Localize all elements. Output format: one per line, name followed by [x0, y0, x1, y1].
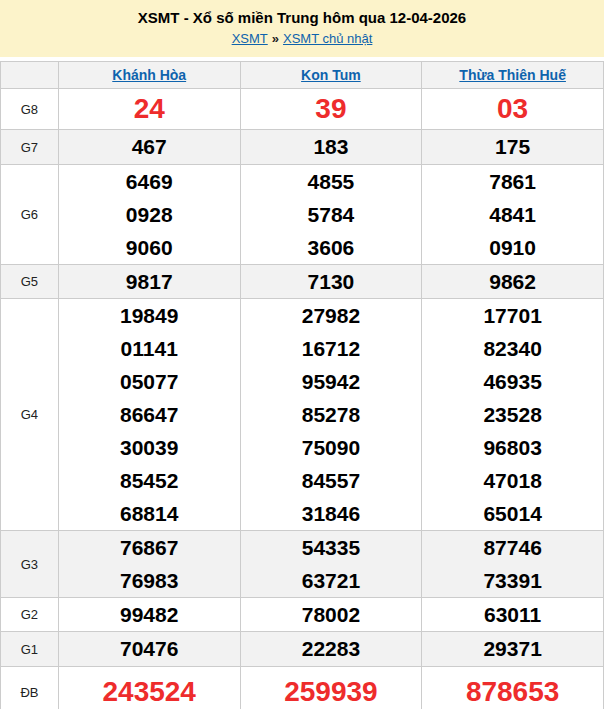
- result-number: 467: [59, 130, 240, 164]
- result-cell: 03: [422, 89, 604, 130]
- result-number: 03: [422, 89, 603, 129]
- result-cell: 8774673391: [422, 531, 604, 598]
- result-number: 7130: [241, 265, 422, 298]
- result-cell: 183: [240, 130, 422, 165]
- breadcrumb: XSMT»XSMT chủ nhật: [0, 29, 604, 49]
- result-number: 6469: [59, 165, 240, 198]
- result-number: 96803: [422, 431, 603, 464]
- result-number: 9817: [59, 265, 240, 298]
- table-row: ĐB243524259939878653: [1, 667, 604, 709]
- result-cell: 786148410910: [422, 165, 604, 265]
- result-number: 30039: [59, 431, 240, 464]
- result-number: 05077: [59, 365, 240, 398]
- prize-label: G7: [1, 130, 59, 165]
- table-row: G7467183175: [1, 130, 604, 165]
- result-number: 76983: [59, 564, 240, 597]
- result-cell: 17701823404693523528968034701865014: [422, 299, 604, 531]
- result-number: 82340: [422, 332, 603, 365]
- result-number: 85452: [59, 464, 240, 497]
- result-number: 9862: [422, 265, 603, 298]
- result-number: 85278: [241, 398, 422, 431]
- result-number: 22283: [241, 632, 422, 666]
- result-number: 39: [241, 89, 422, 129]
- result-cell: 70476: [58, 632, 240, 667]
- table-header-row: Khánh Hòa Kon Tum Thừa Thiên Huế: [1, 62, 604, 89]
- result-number: 70476: [59, 632, 240, 666]
- result-cell: 467: [58, 130, 240, 165]
- prize-label: G6: [1, 165, 59, 265]
- result-cell: 27982167129594285278750908455731846: [240, 299, 422, 531]
- prize-label: G4: [1, 299, 59, 531]
- result-number: 75090: [241, 431, 422, 464]
- page-title: XSMT - Xổ số miền Trung hôm qua 12-04-20…: [0, 8, 604, 28]
- result-number: 243524: [59, 667, 240, 709]
- result-number: 76867: [59, 531, 240, 564]
- table-row: G3768677698354335637218774673391: [1, 531, 604, 598]
- result-number: 0928: [59, 198, 240, 231]
- result-number: 23528: [422, 398, 603, 431]
- result-cell: 29371: [422, 632, 604, 667]
- table-row: G1704762228329371: [1, 632, 604, 667]
- result-number: 68814: [59, 497, 240, 530]
- breadcrumb-link-xsmt[interactable]: XSMT: [232, 31, 268, 46]
- result-number: 95942: [241, 365, 422, 398]
- table-row: G419849011410507786647300398545268814279…: [1, 299, 604, 531]
- result-cell: 39: [240, 89, 422, 130]
- corner-cell: [1, 62, 59, 89]
- result-number: 65014: [422, 497, 603, 530]
- breadcrumb-link-xsmt-chu-nhat[interactable]: XSMT chủ nhật: [283, 31, 372, 46]
- result-cell: 9862: [422, 265, 604, 299]
- result-number: 259939: [241, 667, 422, 709]
- result-number: 4841: [422, 198, 603, 231]
- result-number: 27982: [241, 299, 422, 332]
- results-table-body: G8243903G7467183175G66469092890604855578…: [1, 89, 604, 709]
- result-number: 3606: [241, 231, 422, 264]
- result-number: 5784: [241, 198, 422, 231]
- prize-label: G3: [1, 531, 59, 598]
- province-link-kon-tum[interactable]: Kon Tum: [301, 67, 361, 83]
- result-number: 19849: [59, 299, 240, 332]
- result-cell: 259939: [240, 667, 422, 709]
- results-table: Khánh Hòa Kon Tum Thừa Thiên Huế G824390…: [0, 61, 604, 709]
- result-cell: 485557843606: [240, 165, 422, 265]
- table-row: G2994827800263011: [1, 598, 604, 632]
- prize-label: G1: [1, 632, 59, 667]
- result-number: 54335: [241, 531, 422, 564]
- result-number: 73391: [422, 564, 603, 597]
- result-number: 7861: [422, 165, 603, 198]
- result-cell: 9817: [58, 265, 240, 299]
- province-link-thua-thien-hue[interactable]: Thừa Thiên Huế: [459, 67, 566, 83]
- result-number: 17701: [422, 299, 603, 332]
- result-number: 183: [241, 130, 422, 164]
- result-cell: 646909289060: [58, 165, 240, 265]
- result-cell: 22283: [240, 632, 422, 667]
- result-number: 99482: [59, 598, 240, 631]
- result-number: 24: [59, 89, 240, 129]
- result-cell: 878653: [422, 667, 604, 709]
- result-cell: 175: [422, 130, 604, 165]
- result-cell: 243524: [58, 667, 240, 709]
- result-cell: 7130: [240, 265, 422, 299]
- prize-label: G5: [1, 265, 59, 299]
- result-cell: 99482: [58, 598, 240, 632]
- result-number: 47018: [422, 464, 603, 497]
- result-number: 175: [422, 130, 603, 164]
- province-link-khanh-hoa[interactable]: Khánh Hòa: [112, 67, 186, 83]
- result-number: 878653: [422, 667, 603, 709]
- prize-label: G2: [1, 598, 59, 632]
- result-number: 4855: [241, 165, 422, 198]
- result-number: 16712: [241, 332, 422, 365]
- column-header-thua-thien-hue: Thừa Thiên Huế: [422, 62, 604, 89]
- table-row: G6646909289060485557843606786148410910: [1, 165, 604, 265]
- breadcrumb-separator: »: [272, 31, 279, 46]
- prize-label: ĐB: [1, 667, 59, 709]
- table-row: G8243903: [1, 89, 604, 130]
- result-cell: 78002: [240, 598, 422, 632]
- result-number: 63721: [241, 564, 422, 597]
- prize-label: G8: [1, 89, 59, 130]
- top-banner: XSMT - Xổ số miền Trung hôm qua 12-04-20…: [0, 0, 604, 57]
- result-number: 87746: [422, 531, 603, 564]
- result-number: 31846: [241, 497, 422, 530]
- result-cell: 5433563721: [240, 531, 422, 598]
- result-number: 29371: [422, 632, 603, 666]
